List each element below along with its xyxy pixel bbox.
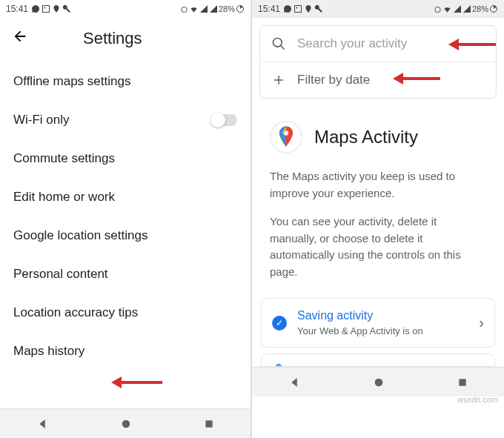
nav-home-icon[interactable] xyxy=(373,376,385,388)
statusbar-left: 15:41 28% xyxy=(0,0,251,18)
page-title: Settings xyxy=(83,29,142,48)
search-row[interactable]: Search your activity xyxy=(260,26,496,62)
svg-rect-12 xyxy=(459,379,465,385)
battery-icon xyxy=(236,4,245,13)
svg-line-9 xyxy=(281,46,285,50)
svg-point-8 xyxy=(273,39,282,47)
phone-right: 15:41 28% Search your activity Filter by… xyxy=(252,0,504,438)
image-icon xyxy=(294,4,302,13)
setting-accuracy[interactable]: Location accuracy tips xyxy=(0,293,251,332)
navbar-left xyxy=(0,408,251,438)
nav-back-icon[interactable] xyxy=(36,417,49,431)
battery-text: 28% xyxy=(219,4,235,13)
svg-rect-4 xyxy=(205,420,212,427)
filter-label: Filter by date xyxy=(297,73,370,87)
svg-rect-5 xyxy=(295,6,302,13)
battery-text: 28% xyxy=(472,4,488,13)
signal-icon xyxy=(210,5,217,13)
signal-icon xyxy=(463,5,471,13)
alarm-icon xyxy=(180,5,188,13)
filter-row[interactable]: Filter by date xyxy=(260,62,496,98)
wrench-icon xyxy=(62,4,71,13)
search-placeholder: Search your activity xyxy=(297,36,407,51)
svg-point-11 xyxy=(375,378,383,386)
activity-para2: You can see your activity, delete it man… xyxy=(270,213,486,280)
check-icon: ✓ xyxy=(272,316,287,331)
svg-point-2 xyxy=(182,7,187,12)
setting-personal[interactable]: Personal content xyxy=(0,255,251,293)
activity-heading: Maps Activity xyxy=(314,127,418,147)
location-icon xyxy=(304,4,313,13)
whatsapp-icon xyxy=(31,4,40,13)
appbar: Settings xyxy=(0,18,251,59)
search-card: Search your activity Filter by date xyxy=(259,25,497,99)
navbar-right xyxy=(252,367,504,396)
setting-home-work[interactable]: Edit home or work xyxy=(0,178,251,216)
phone-left: 15:41 28% Settings Offline maps settings… xyxy=(0,0,252,438)
status-time: 15:41 xyxy=(258,4,280,14)
wifi-icon xyxy=(442,5,452,13)
image-icon xyxy=(42,4,50,13)
nav-recent-icon[interactable] xyxy=(457,376,468,388)
alarm-icon xyxy=(434,5,442,13)
nav-recent-icon[interactable] xyxy=(203,418,215,430)
setting-offline-maps[interactable]: Offline maps settings xyxy=(0,62,251,101)
saving-subtitle: Your Web & App Activity is on xyxy=(297,325,468,336)
activity-header: Maps Activity xyxy=(252,99,504,168)
whatsapp-icon xyxy=(283,4,292,13)
wrench-icon xyxy=(314,4,323,13)
toggle-switch[interactable] xyxy=(210,114,237,126)
svg-rect-0 xyxy=(43,6,50,13)
setting-wifi-only[interactable]: Wi-Fi only xyxy=(0,101,251,139)
trash-icon xyxy=(272,362,285,367)
location-icon xyxy=(52,4,61,13)
chevron-right-icon: › xyxy=(479,314,484,331)
nav-home-icon[interactable] xyxy=(120,418,132,430)
maps-logo-icon xyxy=(270,121,302,153)
saving-activity-card[interactable]: ✓ Saving activity Your Web & App Activit… xyxy=(261,298,495,348)
svg-point-6 xyxy=(296,7,298,9)
svg-point-1 xyxy=(44,7,46,9)
activity-body: The Maps activity you keep is used to im… xyxy=(252,168,504,292)
back-arrow-icon[interactable] xyxy=(12,28,28,49)
setting-location[interactable]: Google location settings xyxy=(0,216,251,255)
setting-commute[interactable]: Commute settings xyxy=(0,139,251,178)
plus-icon xyxy=(271,73,287,87)
nav-back-icon[interactable] xyxy=(288,376,301,389)
search-icon xyxy=(271,36,287,51)
status-time: 15:41 xyxy=(6,4,28,14)
signal-icon xyxy=(200,5,208,13)
auto-delete-card[interactable] xyxy=(261,354,495,367)
watermark-text: wsxdn.com xyxy=(457,395,498,404)
settings-list: Offline maps settings Wi-Fi only Commute… xyxy=(0,59,251,408)
signal-icon xyxy=(454,5,461,13)
battery-icon xyxy=(489,4,498,13)
svg-point-3 xyxy=(122,419,130,428)
saving-title: Saving activity xyxy=(297,309,468,322)
setting-maps-history[interactable]: Maps history xyxy=(0,332,251,371)
statusbar-right: 15:41 28% xyxy=(252,0,504,18)
activity-para1: The Maps activity you keep is used to im… xyxy=(270,168,486,202)
wifi-icon xyxy=(189,5,199,13)
svg-point-7 xyxy=(435,7,440,12)
